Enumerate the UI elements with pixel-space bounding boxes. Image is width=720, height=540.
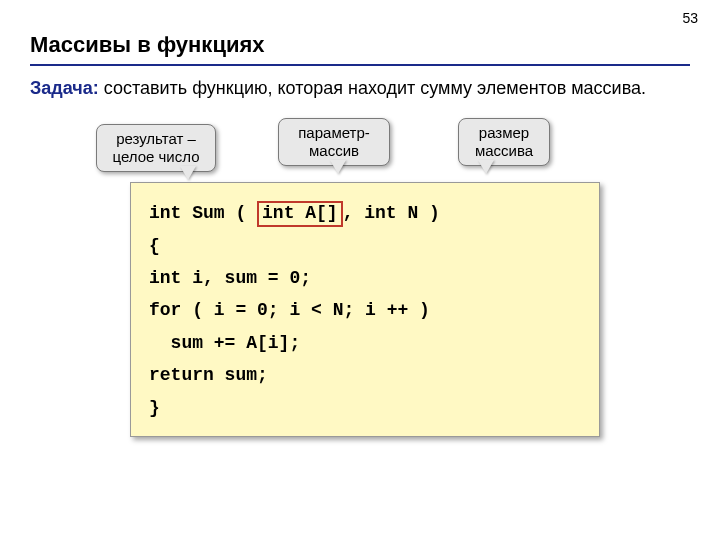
page-title: Массивы в функциях [30, 32, 690, 58]
task-description: Задача: составить функцию, которая наход… [30, 76, 690, 100]
code-line-5: sum += A[i]; [149, 333, 300, 353]
page-number: 53 [682, 10, 698, 26]
code-line-7: } [149, 398, 160, 418]
code-block: int Sum ( int A[], int N ) { int i, sum … [130, 182, 600, 437]
code-line-3: int i, sum = 0; [149, 268, 311, 288]
code-line-6: return sum; [149, 365, 268, 385]
code-line-2: { [149, 236, 160, 256]
title-rule [30, 64, 690, 66]
code-highlight-param: int A[] [257, 201, 343, 227]
callout-pointer-icon [330, 160, 346, 174]
callout-pointer-icon [180, 166, 196, 180]
callout-array-size: размер массива [458, 118, 550, 166]
callout-param-array: параметр-массив [278, 118, 390, 166]
callouts-row: результат – целое число параметр-массив … [70, 118, 690, 182]
code-line-1a: int Sum ( [149, 203, 257, 223]
callout-result: результат – целое число [96, 124, 216, 172]
code-line-4: for ( i = 0; i < N; i ++ ) [149, 300, 430, 320]
callout-pointer-icon [478, 160, 494, 174]
task-label: Задача: [30, 78, 99, 98]
task-text: составить функцию, которая находит сумму… [99, 78, 646, 98]
code-line-1b: , int N ) [343, 203, 440, 223]
